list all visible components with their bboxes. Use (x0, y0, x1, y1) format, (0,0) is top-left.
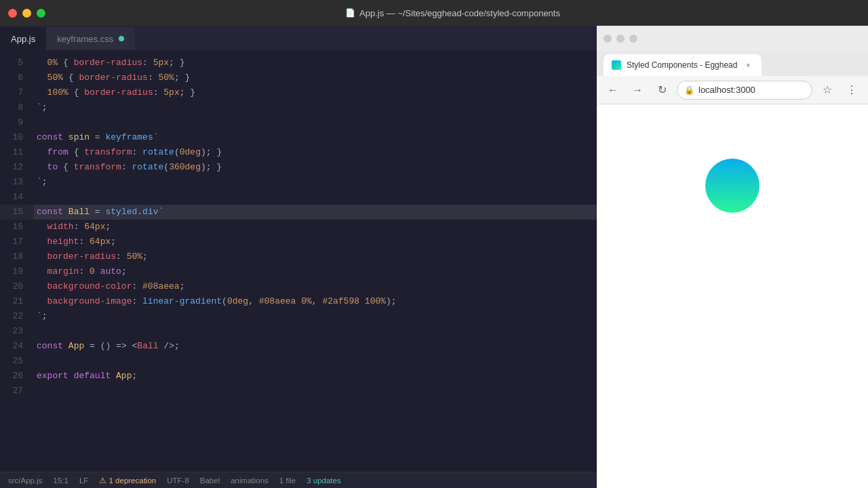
code-area[interactable]: 5 0% { border-radius: 5px; } 6 50% { bor… (0, 50, 597, 472)
browser-wc-2[interactable] (616, 35, 625, 43)
close-button[interactable] (8, 9, 17, 18)
updates-count[interactable]: 3 updates (307, 476, 341, 485)
browser-panel: Styled Components - Egghead × ← → ↻ 🔒 lo… (597, 26, 868, 488)
code-line: 6 50% { border-radius: 50%; } (0, 70, 597, 85)
main-area: App.js keyframes.css 5 0% { border-radiu… (0, 26, 868, 488)
title-bar: 📄 App.js — ~/Sites/egghead-code/styled-c… (0, 0, 868, 26)
babel-info: Babel (200, 476, 220, 485)
code-line: 22 `; (0, 309, 597, 324)
status-bar: src/App.js 15:1 LF ⚠ 1 deprecation UTF-8… (0, 472, 597, 488)
line-ending: LF (79, 476, 88, 485)
window-title: App.js — ~/Sites/egghead-code/styled-com… (359, 8, 560, 18)
refresh-button[interactable]: ↻ (652, 81, 671, 100)
deprecation-warning[interactable]: ⚠ 1 deprecation (99, 476, 156, 485)
back-button[interactable]: ← (604, 81, 623, 100)
code-line: 16 width: 64px; (0, 220, 597, 235)
editor-panel: App.js keyframes.css 5 0% { border-radiu… (0, 26, 597, 488)
secure-icon: 🔒 (684, 85, 694, 95)
file-count: 1 file (279, 476, 296, 485)
animations-info: animations (231, 476, 269, 485)
code-line: 24 const App = () => <Ball />; (0, 339, 597, 354)
tab-bar: App.js keyframes.css (0, 26, 597, 50)
browser-window-controls (604, 35, 637, 43)
browser-tab-bar: Styled Components - Egghead × (597, 52, 868, 76)
tab-keyframes-css[interactable]: keyframes.css (46, 27, 135, 50)
code-line: 25 (0, 354, 597, 369)
bookmark-button[interactable]: ☆ (818, 81, 837, 100)
filepath: src/App.js (8, 476, 43, 485)
ball-preview (705, 159, 760, 213)
window-controls (8, 9, 45, 18)
code-line: 19 margin: 0 auto; (0, 264, 597, 279)
code-line: 27 (0, 384, 597, 399)
title-bar-center: 📄 App.js — ~/Sites/egghead-code/styled-c… (45, 8, 860, 18)
code-line: 23 (0, 324, 597, 339)
code-line: 7 100% { border-radius: 5px; } (0, 85, 597, 100)
code-line: 13 `; (0, 175, 597, 190)
browser-wc-3[interactable] (629, 35, 637, 43)
tab-favicon (612, 60, 621, 70)
code-line-highlighted: 15 const Ball = styled.div` (0, 205, 597, 220)
code-line: 18 border-radius: 50%; (0, 249, 597, 264)
code-line: 21 background-image: linear-gradient(0de… (0, 294, 597, 309)
code-line: 10 const spin = keyframes` (0, 130, 597, 145)
code-line: 8 `; (0, 100, 597, 115)
code-line: 20 background-color: #08aeea; (0, 279, 597, 294)
code-line: 12 to { transform: rotate(360deg); } (0, 160, 597, 175)
browser-wc-1[interactable] (604, 35, 612, 43)
browser-tab-close[interactable]: × (743, 60, 753, 70)
tab-app-js[interactable]: App.js (0, 27, 46, 50)
tab-modified-dot (119, 36, 124, 41)
browser-active-tab[interactable]: Styled Components - Egghead × (604, 54, 762, 76)
code-line: 5 0% { border-radius: 5px; } (0, 56, 597, 70)
forward-button[interactable]: → (628, 81, 647, 100)
maximize-button[interactable] (37, 9, 45, 18)
browser-content (597, 104, 868, 488)
code-line: 9 (0, 115, 597, 130)
browser-tab-label: Styled Components - Egghead (627, 60, 737, 70)
file-icon: 📄 (345, 8, 355, 18)
charset: UTF-8 (167, 476, 189, 485)
tab-label: App.js (11, 34, 35, 44)
url-text: localhost:3000 (698, 85, 755, 95)
url-bar[interactable]: 🔒 localhost:3000 (677, 81, 812, 100)
tab-label: keyframes.css (57, 34, 113, 44)
code-line: 11 from { transform: rotate(0deg); } (0, 145, 597, 160)
minimize-button[interactable] (22, 9, 31, 18)
browser-title-bar (597, 26, 868, 52)
code-line: 26 export default App; (0, 369, 597, 384)
browser-menu-button[interactable]: ⋮ (842, 81, 861, 100)
code-line: 14 (0, 190, 597, 205)
browser-nav-bar: ← → ↻ 🔒 localhost:3000 ☆ ⋮ (597, 76, 868, 104)
code-line: 17 height: 64px; (0, 235, 597, 249)
cursor-position: 15:1 (54, 476, 68, 485)
